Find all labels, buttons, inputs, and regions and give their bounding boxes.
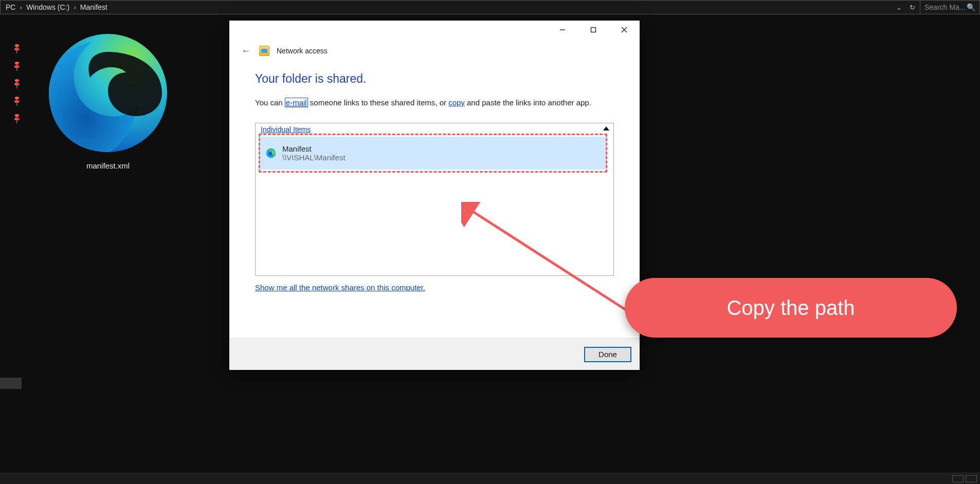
pin-icon[interactable]: 📌 [11,112,23,124]
pin-icon[interactable]: 📌 [11,60,23,71]
email-link[interactable]: e-mail [285,98,308,107]
shared-items-list: Individual Items Manifest \\VISHAL\Manif… [255,123,614,276]
window-titlebar [229,21,640,40]
text: someone links to these shared items, or [308,98,448,107]
close-button[interactable] [609,21,640,39]
done-button[interactable]: Done [584,347,631,362]
file-tile[interactable]: manifest.xml [42,29,174,170]
copy-link[interactable]: copy [448,98,465,107]
search-input[interactable]: Search Ma... 🔍 [920,1,979,14]
dialog-header: ← Network access [229,40,640,59]
dialog-paragraph: You can e-mail someone links to these sh… [255,97,614,108]
search-icon: 🔍 [967,3,975,11]
file-label: manifest.xml [86,161,130,170]
address-controls: ⌄ ↻ [891,1,920,14]
search-placeholder: Search Ma... [924,3,965,11]
back-button[interactable]: ← [240,46,252,57]
shared-item-row[interactable]: Manifest \\VISHAL\Manifest [259,137,607,170]
breadcrumb-item[interactable]: Windows (C:) [23,3,72,11]
svg-point-6 [268,152,272,155]
view-mode-details[interactable] [952,475,964,482]
address-bar: PC › Windows (C:) › Manifest ⌄ ↻ Search … [0,0,980,14]
status-bar [0,473,980,484]
pin-icon[interactable]: 📌 [11,95,23,106]
text: You can [255,98,285,107]
dialog-title: Network access [277,47,328,55]
quick-access-rail: 📌 📌 📌 📌 📌 [12,44,21,122]
text: and paste the links into another app. [465,98,591,107]
close-icon [621,27,627,33]
view-mode-icons[interactable] [966,475,977,482]
sharing-icon [259,46,269,56]
breadcrumb[interactable]: PC › Windows (C:) › Manifest [1,3,891,11]
minimize-button[interactable] [547,21,578,39]
dialog-body: Your folder is shared. You can e-mail so… [229,59,640,338]
annotation-callout: Copy the path [625,278,957,338]
edge-icon [266,148,276,158]
show-all-shares-link[interactable]: Show me all the network shares on this c… [255,283,425,292]
network-access-dialog: ← Network access Your folder is shared. … [229,21,640,370]
group-header[interactable]: Individual Items [261,125,311,134]
selection-marker [0,378,22,389]
chevron-right-icon: › [72,3,77,11]
pin-icon[interactable]: 📌 [11,42,23,54]
breadcrumb-item[interactable]: PC [3,3,19,11]
edge-icon [44,29,172,157]
chevron-up-icon[interactable] [603,126,609,131]
breadcrumb-item[interactable]: Manifest [77,3,111,11]
maximize-icon [590,27,596,33]
dialog-footer: Done [229,338,640,370]
chevron-right-icon: › [19,3,23,11]
item-name: Manifest [282,144,346,153]
chevron-down-icon[interactable]: ⌄ [894,3,903,12]
item-path: \\VISHAL\Manifest [282,153,346,162]
refresh-icon[interactable]: ↻ [908,3,917,12]
minimize-icon [559,27,566,33]
pin-icon[interactable]: 📌 [11,77,23,89]
item-texts: Manifest \\VISHAL\Manifest [282,144,346,162]
callout-text: Copy the path [727,296,855,320]
svg-rect-2 [591,28,596,32]
dialog-heading: Your folder is shared. [255,72,614,86]
maximize-button[interactable] [578,21,609,39]
